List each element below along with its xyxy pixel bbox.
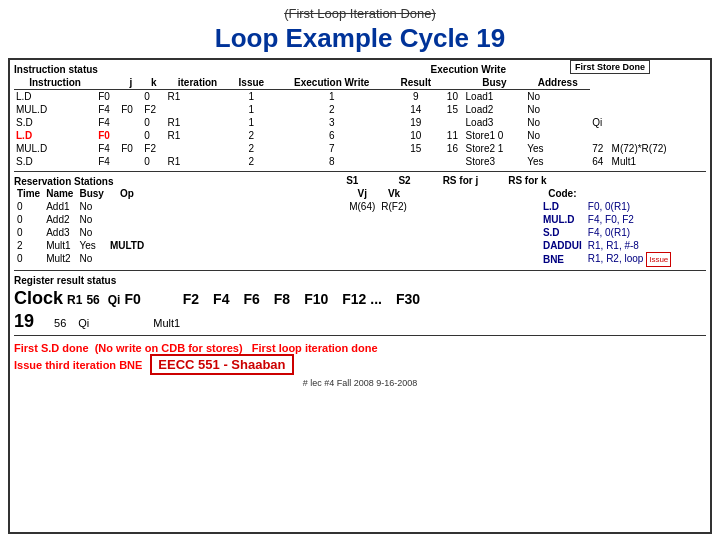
res-op: [107, 252, 147, 265]
note2-text: Issue third iteration BNE: [14, 359, 142, 371]
instr-write: [441, 116, 463, 129]
instr-busy: No: [525, 90, 590, 104]
first-store-badge: First Store Done: [570, 60, 650, 74]
res-busy: No: [76, 213, 106, 226]
table-row: L.D F0 0 R1 2 6 10 11 Store1 0 No: [14, 129, 706, 142]
table-row: MUL.D F4 F0 F2 2 7 15 16 Store2 1 Yes 72…: [14, 142, 706, 155]
table-row: BNE R1, R2, loop Issue: [540, 252, 674, 267]
instr-k: F2: [142, 103, 165, 116]
instr-k: 0: [142, 155, 165, 168]
res-code-op: BNE: [540, 252, 585, 267]
clock-regs: F0 F2 F4 F6 F8 F10 F12 ... F30: [124, 291, 706, 307]
instr-write: 10: [441, 90, 463, 104]
reg-f12: F12 ...: [342, 291, 382, 307]
instr-iteration: 2: [230, 155, 274, 168]
res-busy-col: Busy: [76, 187, 106, 200]
instr-reg: F0: [96, 90, 119, 104]
res-name: Mult1: [43, 239, 76, 252]
res-name: Add1: [43, 200, 76, 213]
instr-col-busy: Busy: [464, 76, 526, 90]
instr-col-exec: Execution Write: [273, 76, 390, 90]
instr-reg: F0: [96, 129, 119, 142]
s1-label: S1: [346, 175, 358, 187]
instr-col-iteration: iteration: [165, 76, 229, 90]
instr-j: F0: [119, 142, 142, 155]
instr-issue: 1: [273, 90, 390, 104]
instr-wb: Store2 1: [464, 142, 526, 155]
instr-iter-k: [165, 142, 229, 155]
reg-spacer: F2: [183, 291, 199, 307]
reservation-section: Reservation Stations S1 S2 RS for j RS f…: [14, 175, 706, 267]
res-op-col: Op: [107, 187, 147, 200]
reg-f8: F8: [274, 291, 290, 307]
instr-j: F0: [119, 103, 142, 116]
instr-wb: Load2: [464, 103, 526, 116]
clock-row: Clock R1 56 Qi F0 F2 F4 F6 F8 F10 F12 ..…: [14, 288, 706, 309]
outer-border: First Store Done Instruction status Exec…: [8, 58, 712, 534]
res-code-op: S.D: [540, 226, 585, 239]
res-time: 0: [14, 200, 43, 213]
instr-address: [590, 103, 706, 116]
res-name: Add3: [43, 226, 76, 239]
instr-k: 0: [142, 90, 165, 104]
res-code-args-col: [585, 187, 675, 200]
instr-iter-k: [165, 103, 229, 116]
instr-reg: F4: [96, 155, 119, 168]
instr-busy: Yes: [525, 142, 590, 155]
clock-label: Clock: [14, 288, 63, 309]
main-title: Loop Example Cycle 19: [8, 23, 712, 54]
res-name-col: Name: [43, 187, 76, 200]
eecc-badge: EECC 551 - Shaaban: [150, 354, 293, 375]
instr-issue: 7: [273, 142, 390, 155]
res-vjvk-header-row: Vj Vk: [346, 187, 410, 200]
instr-name: MUL.D: [14, 103, 96, 116]
reg-result-section: Register result status Clock R1 56 Qi F0…: [14, 274, 706, 332]
res-code-op: L.D: [540, 200, 585, 213]
instr-name: MUL.D: [14, 142, 96, 155]
instr-iter-k: R1: [165, 90, 229, 104]
instr-iteration: 2: [230, 129, 274, 142]
instruction-table: Instruction j k iteration Issue Executio…: [14, 76, 706, 168]
r1-value: 56: [86, 293, 99, 307]
instr-issue: 2: [273, 103, 390, 116]
res-vj-col: Vj: [346, 187, 378, 200]
page: (First Loop Iteration Done) Loop Example…: [0, 0, 720, 540]
instr-k: 0: [142, 116, 165, 129]
instr-wb: Load3: [464, 116, 526, 129]
instr-iteration: 2: [230, 142, 274, 155]
table-row: MUL.D F4 F0 F2 1 2 14 15 Load2 No: [14, 103, 706, 116]
instr-address: 64 Mult1: [590, 155, 706, 168]
instr-write: 15: [441, 103, 463, 116]
instr-busy: No: [525, 129, 590, 142]
instr-issue: 3: [273, 116, 390, 129]
instr-name: L.D: [14, 129, 96, 142]
res-code-args: R1, R2, loop Issue: [585, 252, 675, 267]
instr-exec: 15: [390, 142, 441, 155]
res-name: Add2: [43, 213, 76, 226]
mult1-val: Mult1: [153, 317, 180, 329]
res-op: [107, 226, 147, 239]
res-code-args: F4, F0, F2: [585, 213, 675, 226]
instr-reg: F4: [96, 103, 119, 116]
rsj-label: RS for j: [443, 175, 479, 187]
s2-label: S2: [398, 175, 410, 187]
res-busy: No: [76, 200, 106, 213]
instr-iteration: 1: [230, 103, 274, 116]
instruction-status-label: Instruction status: [14, 64, 98, 75]
instr-wb: Store1 0: [464, 129, 526, 142]
clock-value-row: 19 56 Qi Mult1: [14, 311, 706, 332]
reg-f10: F10: [304, 291, 328, 307]
rsk-label: RS for k: [508, 175, 546, 187]
footer-line: # lec #4 Fall 2008 9-16-2008: [14, 378, 706, 388]
instr-exec: 9: [390, 90, 441, 104]
res-busy: No: [76, 252, 106, 265]
instr-busy: No: [525, 116, 590, 129]
instr-write: 11: [441, 129, 463, 142]
res-time: 0: [14, 213, 43, 226]
instr-issue: 8: [273, 155, 390, 168]
reg-f4: F4: [213, 291, 229, 307]
table-row: S.D F4, 0(R1): [540, 226, 674, 239]
instr-j: [119, 155, 142, 168]
table-row: L.D F0, 0(R1): [540, 200, 674, 213]
table-row: 2 Mult1 Yes MULTD: [14, 239, 147, 252]
